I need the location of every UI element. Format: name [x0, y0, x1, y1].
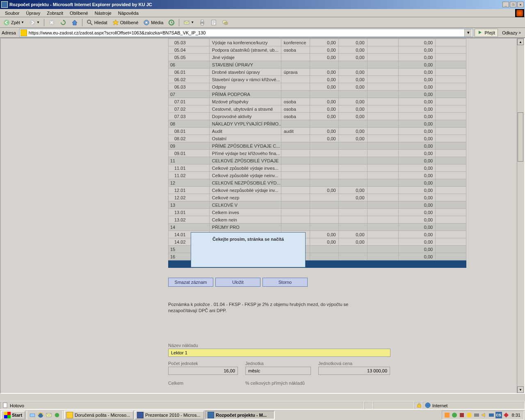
- table-row[interactable]: 05.03Výdaje na konference/kurzykonferenc…: [169, 39, 466, 46]
- menu-oblibene[interactable]: Oblíbené: [66, 10, 91, 16]
- menu-soubor[interactable]: Soubor: [2, 10, 23, 16]
- search-button[interactable]: Hledat: [85, 18, 109, 27]
- tray-icon-volume[interactable]: [481, 412, 487, 418]
- table-row[interactable]: 13.02Celkem nein0,00: [169, 216, 466, 224]
- tray-icon-4[interactable]: [466, 412, 472, 418]
- table-cell: [338, 246, 367, 253]
- scroll-down-button[interactable]: ▼: [517, 386, 524, 393]
- menu-nastroje[interactable]: Nástroje: [91, 10, 115, 16]
- table-row[interactable]: 12.01Celkové nezpůsobilé výdaje inv...0,…: [169, 187, 466, 194]
- language-indicator[interactable]: CS: [495, 412, 502, 418]
- quicklaunch-ie-icon[interactable]: [37, 411, 44, 419]
- links-button[interactable]: Odkazy »: [500, 30, 523, 35]
- quantity-field[interactable]: 16,00: [168, 367, 238, 375]
- scroll-thumb[interactable]: [518, 112, 523, 162]
- unitprice-field[interactable]: 13 000,00: [318, 367, 390, 375]
- table-cell: [367, 61, 399, 68]
- taskbar-task-0[interactable]: Doručená pošta - Microso...: [64, 411, 134, 420]
- table-row[interactable]: 08.02Ostatní0,000,000,00: [169, 135, 466, 142]
- edit-icon: [210, 19, 217, 26]
- table-row[interactable]: 12CELKOVÉ NEZPŮSOBILÉ VÝD...0,00: [169, 179, 466, 187]
- quicklaunch-outlook-icon[interactable]: [45, 411, 52, 419]
- forward-arrow-icon: [29, 19, 36, 26]
- table-cell: [367, 142, 399, 150]
- tray-icon-8[interactable]: [503, 412, 509, 418]
- table-row[interactable]: 07.01Mzdové příspěvkyosoba0,000,000,00: [169, 98, 466, 105]
- table-row[interactable]: 12.02Celkové nezp0,000,00: [169, 194, 466, 201]
- clock[interactable]: 8:31: [510, 413, 522, 418]
- stop-button[interactable]: [47, 18, 57, 27]
- table-row[interactable]: 11.01Celkové způsobilé výdaje inves...0,…: [169, 164, 466, 172]
- close-button[interactable]: ✕: [517, 2, 524, 7]
- quicklaunch-desktop-icon[interactable]: [29, 411, 36, 419]
- tray-icon-7[interactable]: [488, 412, 495, 418]
- table-row[interactable]: 06.01Drobné stavební úpravyúprava0,000,0…: [169, 68, 466, 76]
- taskbar-task-2[interactable]: Rozpočet projektu - M...: [205, 411, 275, 420]
- vertical-scrollbar[interactable]: ▲ ▼: [517, 39, 524, 393]
- table-row[interactable]: 11CELKOVÉ ZPŮSOBILÉ VÝDAJE0,00: [169, 157, 466, 164]
- table-row[interactable]: 09.01Přímé výdaje bez křížového fina...0…: [169, 150, 466, 157]
- quicklaunch-app-icon[interactable]: [53, 411, 61, 419]
- go-button[interactable]: Přejít: [475, 29, 498, 37]
- svg-rect-22: [445, 413, 450, 418]
- table-row[interactable]: 05.04Podpora účastníků (stravné, ub...os…: [169, 46, 466, 54]
- back-button[interactable]: Zpět ▼: [2, 18, 26, 27]
- refresh-button[interactable]: [58, 18, 68, 27]
- tray-icon-3[interactable]: [459, 412, 465, 418]
- start-button[interactable]: Start: [1, 411, 25, 420]
- table-cell: 07: [169, 91, 210, 98]
- table-row[interactable]: 06.02Stavební úpravy v rámci křížové...0…: [169, 76, 466, 83]
- restore-button[interactable]: ❐: [510, 2, 516, 7]
- address-input[interactable]: https://www.eu-zadost.cz/zadost.aspx?scr…: [19, 29, 473, 37]
- discuss-button[interactable]: [220, 18, 230, 27]
- tray-icon-5[interactable]: [473, 412, 480, 418]
- item-note: Poznámka k položce . 01.04 - FKSP - FKSP…: [168, 301, 466, 314]
- table-cell: 0,00: [310, 128, 338, 135]
- media-button[interactable]: Média: [142, 18, 165, 27]
- history-button[interactable]: [167, 18, 176, 27]
- table-cell: 0,00: [399, 172, 436, 179]
- print-button[interactable]: [197, 18, 207, 27]
- table-cell: [281, 142, 310, 150]
- favorites-button[interactable]: Oblíbené: [111, 18, 140, 27]
- table-cell: [281, 209, 310, 216]
- table-row[interactable]: 05.05Jiné výdaje0,000,000,00: [169, 54, 466, 61]
- tray-icon-2[interactable]: [451, 412, 458, 418]
- table-row[interactable]: 08.01Auditaudit0,000,000,00: [169, 128, 466, 135]
- address-dropdown[interactable]: ▾: [464, 29, 472, 37]
- minimize-button[interactable]: _: [502, 2, 509, 7]
- name-field[interactable]: Lektor 1: [168, 349, 390, 357]
- menu-upravy[interactable]: Úpravy: [23, 10, 43, 16]
- delete-record-button[interactable]: Smazat záznam: [168, 278, 213, 287]
- mail-button[interactable]: ▼: [182, 18, 196, 27]
- table-cell: 0,00: [338, 135, 367, 142]
- table-row[interactable]: 11.02Celkové způsobilé výdaje neinv...0,…: [169, 172, 466, 179]
- table-cell: [310, 179, 338, 187]
- table-cell: [281, 120, 310, 128]
- unit-field[interactable]: měsíc: [245, 367, 311, 375]
- home-button[interactable]: [70, 18, 80, 27]
- table-cell: [310, 201, 338, 209]
- forward-button[interactable]: ▼: [27, 18, 41, 27]
- scroll-up-button[interactable]: ▲: [517, 39, 524, 45]
- table-row[interactable]: 07PŘÍMÁ PODPORA0,00: [169, 91, 466, 98]
- table-row[interactable]: 07.02Cestovné, ubytování a stravnéosoba0…: [169, 105, 466, 113]
- table-row[interactable]: 09PŘÍMÉ ZPŮSOBILÉ VÝDAJE C...0,00: [169, 142, 466, 150]
- table-row[interactable]: 08NÁKLADY VYPLÝVAJÍCÍ PŘÍMO...0,00: [169, 120, 466, 128]
- cancel-button[interactable]: Storno: [262, 278, 308, 287]
- table-cell: Mzdové příspěvky: [209, 98, 281, 105]
- menu-napoveda[interactable]: Nápověda: [115, 10, 142, 16]
- taskbar-task-1[interactable]: Prezentace 2010 - Micros...: [135, 411, 204, 420]
- table-row[interactable]: 13CELKOVÉ V0,00: [169, 201, 466, 209]
- edit-button[interactable]: [209, 18, 219, 27]
- table-row[interactable]: 07.03Doprovodné aktivityosoba0,000,000,0…: [169, 113, 466, 120]
- table-row[interactable]: 06.03Odpisy0,000,000,00: [169, 83, 466, 91]
- table-row[interactable]: 14PŘÍJMY PRO0,00: [169, 224, 466, 231]
- menu-zobrazit[interactable]: Zobrazit: [43, 10, 66, 16]
- table-row[interactable]: 06STAVEBNÍ ÚPRAVY0,00: [169, 61, 466, 68]
- table-cell: osoba: [281, 113, 310, 120]
- save-button[interactable]: Uložit: [215, 278, 260, 287]
- tray-icon-1[interactable]: [444, 412, 450, 418]
- table-row[interactable]: 13.01Celkem inves0,00: [169, 209, 466, 216]
- svg-rect-13: [224, 22, 228, 25]
